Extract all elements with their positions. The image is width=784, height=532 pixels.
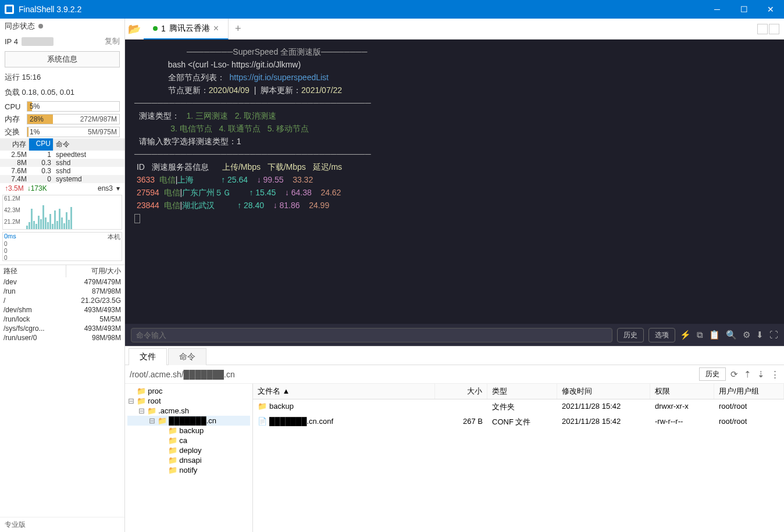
ip-label: IP 4 bbox=[5, 37, 18, 46]
grid-view-icon[interactable] bbox=[757, 24, 768, 34]
tree-node[interactable]: ⊟ 📁 ███████.cn bbox=[127, 416, 250, 426]
terminal-output[interactable]: ────────SuperSpeed 全面测速版──────── bash <(… bbox=[125, 40, 784, 324]
disk-row[interactable]: /sys/fs/cgro...493M/493M bbox=[0, 324, 124, 333]
history-button[interactable]: 历史 bbox=[699, 367, 726, 381]
more-icon[interactable]: ⋮ bbox=[771, 369, 779, 380]
file-row[interactable]: 📄███████.cn.conf267 BCONF 文件2021/11/28 1… bbox=[253, 415, 784, 430]
swap-label: 交换 bbox=[5, 127, 23, 137]
edition-label: 专业版 bbox=[0, 517, 124, 532]
file-row[interactable]: 📁backup文件夹2021/11/28 15:42drwxr-xr-xroot… bbox=[253, 399, 784, 415]
network-chart: 61.2M 42.3M 21.2M bbox=[2, 195, 122, 230]
command-tab[interactable]: 命令 bbox=[168, 348, 206, 365]
system-info-button[interactable]: 系统信息 bbox=[5, 51, 120, 67]
process-table-header: 内存 CPU 命令 bbox=[0, 138, 124, 151]
disk-row[interactable]: /run/lock5M/5M bbox=[0, 315, 124, 324]
disk-row[interactable]: /run/user/098M/98M bbox=[0, 333, 124, 342]
search-icon[interactable]: 🔍 bbox=[726, 330, 737, 340]
history-button[interactable]: 历史 bbox=[617, 328, 644, 342]
minimize-button[interactable]: ─ bbox=[704, 0, 730, 19]
file-panel: 文件 命令 /root/.acme.sh/███████.cn 历史 ⟳ ⇡ ⇣… bbox=[125, 346, 784, 532]
sync-status-label: 同步状态 bbox=[5, 21, 35, 31]
tab-bar: 📂 1 腾讯云香港 × + bbox=[125, 19, 784, 40]
tree-node[interactable]: ⊟ 📁 .acme.sh bbox=[127, 406, 250, 416]
new-tab-button[interactable]: + bbox=[229, 23, 247, 35]
app-logo bbox=[5, 5, 14, 14]
download-icon[interactable]: ⬇ bbox=[756, 330, 764, 340]
swap-bar: 1%5M/975M bbox=[27, 127, 120, 137]
tree-node[interactable]: 📁 dnsapi bbox=[127, 455, 250, 465]
command-bar: 历史 选项 ⚡ ⧉ 📋 🔍 ⚙ ⬇ ⛶ bbox=[125, 324, 784, 346]
tab-close-icon[interactable]: × bbox=[213, 23, 219, 34]
options-button[interactable]: 选项 bbox=[648, 328, 675, 342]
mem-label: 内存 bbox=[5, 114, 23, 124]
paste-icon[interactable]: 📋 bbox=[709, 330, 720, 340]
tree-node[interactable]: 📁 backup bbox=[127, 426, 250, 435]
disk-row[interactable]: /run87M/98M bbox=[0, 287, 124, 296]
file-list-header[interactable]: 文件名 ▲ 大小 类型 修改时间 权限 用户/用户组 bbox=[253, 384, 784, 399]
open-folder-icon[interactable]: 📂 bbox=[125, 20, 144, 38]
chevron-down-icon[interactable]: ▾ bbox=[116, 184, 120, 192]
terminal-cursor bbox=[134, 214, 140, 223]
maximize-button[interactable]: ☐ bbox=[730, 0, 757, 19]
load-text: 负载 0.18, 0.05, 0.01 bbox=[5, 87, 74, 98]
close-button[interactable]: ✕ bbox=[757, 0, 784, 19]
mem-bar: 28%272M/987M bbox=[27, 114, 120, 124]
fullscreen-icon[interactable]: ⛶ bbox=[769, 330, 778, 340]
download-icon[interactable]: ⇣ bbox=[757, 369, 765, 380]
net-interface: ens3 bbox=[98, 184, 113, 192]
bolt-icon[interactable]: ⚡ bbox=[680, 330, 691, 340]
sidebar: 同步状态 IP 4 ██████ 复制 系统信息 运行 15:16 负载 0.1… bbox=[0, 19, 125, 532]
file-tab[interactable]: 文件 bbox=[129, 348, 167, 365]
process-row[interactable]: 8M0.3sshd bbox=[0, 159, 124, 167]
terminal-tab[interactable]: 1 腾讯云香港 × bbox=[144, 19, 229, 40]
breadcrumb[interactable]: /root/.acme.sh/███████.cn bbox=[130, 370, 694, 379]
split-view-icon[interactable] bbox=[769, 24, 779, 34]
refresh-icon[interactable]: ⟳ bbox=[730, 369, 738, 380]
cpu-bar: 5% bbox=[27, 101, 120, 112]
process-row[interactable]: 7.4M0systemd bbox=[0, 175, 124, 183]
disk-row[interactable]: /dev479M/479M bbox=[0, 277, 124, 287]
copy-icon[interactable]: ⧉ bbox=[697, 330, 703, 340]
app-title: FinalShell 3.9.2.2 bbox=[19, 5, 81, 14]
latency-chart: 0ms 本机 0 0 0 bbox=[2, 232, 122, 261]
upload-icon[interactable]: ⇡ bbox=[744, 369, 751, 380]
tree-node[interactable]: 📁 ca bbox=[127, 435, 250, 445]
process-row[interactable]: 7.6M0.3sshd bbox=[0, 167, 124, 175]
cpu-label: CPU bbox=[5, 102, 23, 111]
disk-row[interactable]: /21.2G/23.5G bbox=[0, 296, 124, 305]
copy-button[interactable]: 复制 bbox=[105, 36, 120, 47]
tree-node[interactable]: 📁 deploy bbox=[127, 445, 250, 455]
titlebar: FinalShell 3.9.2.2 ─ ☐ ✕ bbox=[0, 0, 784, 19]
disk-row[interactable]: /dev/shm493M/493M bbox=[0, 305, 124, 315]
command-input[interactable] bbox=[131, 328, 612, 342]
gear-icon[interactable]: ⚙ bbox=[743, 330, 750, 340]
tree-node[interactable]: 📁 notify bbox=[127, 465, 250, 475]
connection-dot-icon bbox=[153, 26, 158, 31]
sync-status-dot-icon bbox=[38, 24, 43, 28]
tree-node[interactable]: 📁 proc bbox=[127, 386, 250, 396]
tree-node[interactable]: ⊟ 📁 root bbox=[127, 396, 250, 406]
disk-table-header: 路径 可用/大小 bbox=[0, 265, 124, 277]
uptime-text: 运行 15:16 bbox=[5, 72, 41, 83]
ip-value: ██████ bbox=[22, 37, 54, 46]
file-tree[interactable]: 📁 proc⊟ 📁 root⊟ 📁 .acme.sh⊟ 📁 ███████.cn… bbox=[125, 384, 253, 532]
process-row[interactable]: 2.5M1speedtest bbox=[0, 151, 124, 159]
net-down: ↓173K bbox=[27, 184, 47, 192]
net-up: ↑3.5M bbox=[5, 184, 24, 192]
